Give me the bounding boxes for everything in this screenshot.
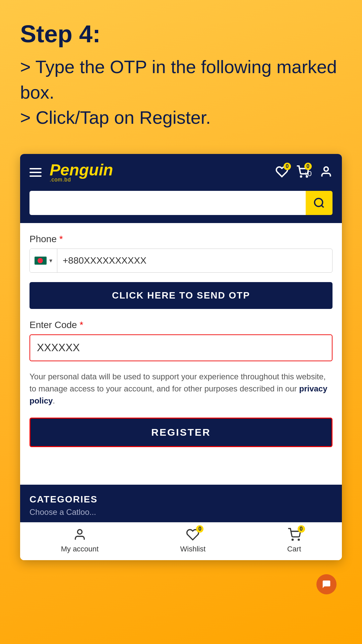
register-button[interactable]: REGISTER <box>29 418 333 447</box>
required-star-phone: * <box>59 234 63 244</box>
svg-line-4 <box>321 205 324 208</box>
bottom-nav: My account 0 Wishlist 0 Cart <box>20 522 342 560</box>
header-right: 0 0 ৳0 <box>276 165 333 179</box>
categories-sub: Choose a Catloo... <box>29 507 333 517</box>
search-icon <box>313 197 325 209</box>
svg-point-2 <box>324 167 328 171</box>
svg-point-6 <box>292 539 293 540</box>
svg-point-0 <box>300 176 301 177</box>
bottom-nav-wishlist[interactable]: 0 Wishlist <box>180 528 206 553</box>
wishlist-icon-btn[interactable]: 0 <box>276 165 288 179</box>
hamburger-menu-icon[interactable] <box>29 168 42 177</box>
user-icon <box>320 165 333 178</box>
cart-nav-label: Cart <box>287 545 301 553</box>
svg-point-5 <box>77 530 82 534</box>
user-icon-btn[interactable] <box>320 165 333 179</box>
step-body: > Type the OTP in the following marked b… <box>20 54 342 130</box>
chat-bubble[interactable] <box>316 574 337 594</box>
cart-icon-btn[interactable]: 0 ৳0 <box>296 165 312 179</box>
flag-selector[interactable]: ▾ <box>30 249 57 272</box>
my-account-icon <box>73 528 86 541</box>
bottom-nav-cart[interactable]: 0 Cart <box>287 528 301 553</box>
instruction-area: Step 4: > Type the OTP in the following … <box>0 0 362 144</box>
instruction-line2: > Click/Tap on Register. <box>20 107 211 127</box>
svg-point-3 <box>315 198 323 206</box>
logo: Penguin .com.bd <box>50 162 113 183</box>
search-input[interactable] <box>29 191 306 215</box>
privacy-text: Your personal data will be used to suppo… <box>29 371 333 407</box>
categories-label: CATEGORIES <box>29 494 333 505</box>
white-space <box>20 458 342 485</box>
required-star-code: * <box>79 320 83 330</box>
wishlist-nav-badge: 0 <box>196 525 203 533</box>
my-account-icon-wrap <box>73 528 86 543</box>
wishlist-nav-icon-wrap: 0 <box>186 528 199 543</box>
search-button[interactable] <box>306 191 333 215</box>
cart-badge: 0 <box>304 163 312 170</box>
header-left: Penguin .com.bd <box>29 162 113 183</box>
footer-dark: CATEGORIES Choose a Catloo... <box>20 485 342 522</box>
cart-nav-icon-wrap: 0 <box>288 528 301 543</box>
logo-text: Penguin <box>50 161 113 179</box>
flag-dropdown-arrow: ▾ <box>49 257 52 264</box>
wishlist-badge: 0 <box>284 163 291 170</box>
svg-point-7 <box>298 539 299 540</box>
code-label: Enter Code * <box>29 320 333 330</box>
app-window: Penguin .com.bd 0 0 <box>20 154 342 560</box>
code-input[interactable] <box>29 334 333 361</box>
svg-point-1 <box>306 176 307 177</box>
bottom-nav-my-account[interactable]: My account <box>61 528 99 553</box>
wishlist-nav-label: Wishlist <box>180 545 206 553</box>
search-bar-row <box>20 191 342 223</box>
cart-icon-wrap: 0 <box>296 165 309 179</box>
cart-nav-badge: 0 <box>298 525 305 533</box>
bangladesh-flag <box>35 257 47 265</box>
my-account-label: My account <box>61 545 99 553</box>
phone-input-row: ▾ +880XXXXXXXXXX <box>29 249 333 273</box>
phone-label: Phone * <box>29 234 333 245</box>
send-otp-button[interactable]: CLICK HERE TO SEND OTP <box>29 282 333 309</box>
phone-number-display: +880XXXXXXXXXX <box>57 255 152 266</box>
form-area: Phone * ▾ +880XXXXXXXXXX CLICK HERE TO S… <box>20 223 342 458</box>
instruction-line1: > Type the OTP in the following marked b… <box>20 57 337 102</box>
step-title: Step 4: <box>20 20 342 48</box>
app-header: Penguin .com.bd 0 0 <box>20 154 342 191</box>
chat-icon <box>321 579 331 589</box>
